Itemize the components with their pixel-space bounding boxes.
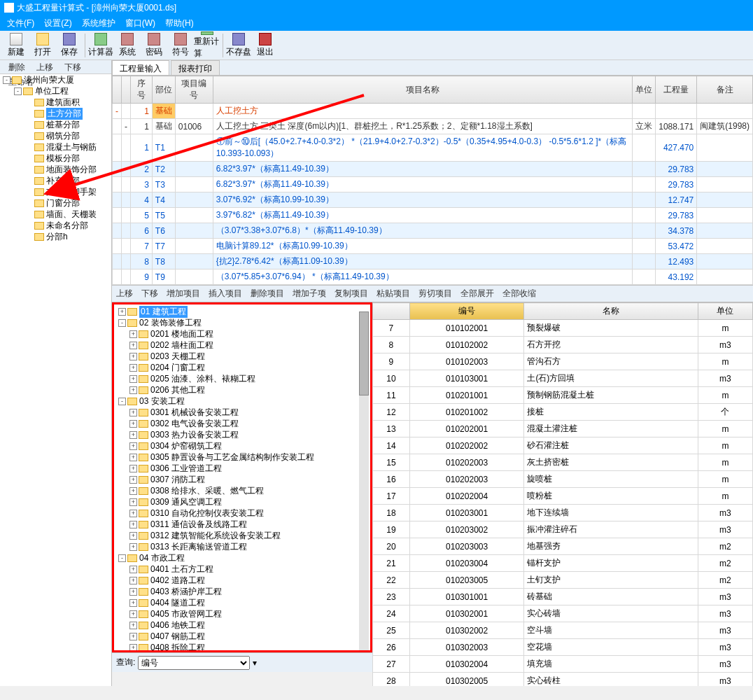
grid-cell[interactable]: [697, 239, 753, 254]
tree-node-label[interactable]: 支撑、脚手架: [46, 186, 97, 198]
grid2-cell[interactable]: 010202003: [409, 454, 523, 471]
tree-node-label[interactable]: 0307 消防工程: [150, 474, 205, 486]
search-bar[interactable]: 查询: 编号 ▾: [112, 652, 372, 672]
grid2-cell[interactable]: 预裂爆破: [524, 320, 698, 337]
grid-cell[interactable]: 基础: [152, 104, 175, 119]
tree-node-label[interactable]: 分部h: [46, 231, 68, 243]
grid-col[interactable]: 序号: [131, 76, 153, 104]
grid-cell[interactable]: 3.97*6.82*（标高11.49-10.39）: [213, 208, 632, 223]
item-toolbar-btn[interactable]: 下移: [141, 288, 158, 300]
grid-cell[interactable]: 人工挖土方 三类土 深度(6m以内)[1、群桩挖土，R*1.25系数；2、定额*…: [213, 119, 632, 134]
tree-node-label[interactable]: 0406 地铁工程: [150, 620, 205, 631]
tree-node-label[interactable]: 0201 楼地面工程: [150, 328, 213, 340]
tree-node-label[interactable]: 0401 土石方工程: [150, 564, 213, 575]
tree-expander[interactable]: +: [129, 622, 137, 629]
grid2-cell[interactable]: 21: [373, 555, 410, 572]
grid2-cell[interactable]: 11: [373, 387, 410, 404]
toolbar-button[interactable]: 密码: [141, 31, 167, 59]
grid-cell[interactable]: [697, 134, 753, 162]
item-toolbar-btn[interactable]: 增加项目: [167, 288, 200, 300]
item-toolbar-btn[interactable]: 删除项目: [251, 288, 284, 300]
grid2-cell[interactable]: 7: [373, 320, 410, 337]
toolbar-button[interactable]: 符号: [167, 31, 194, 59]
grid2-cell[interactable]: 010203002: [409, 522, 523, 538]
toolbar-button[interactable]: 重新计算: [194, 31, 220, 59]
grid2-cell[interactable]: 010302004: [409, 656, 523, 673]
grid-cell[interactable]: [697, 223, 753, 239]
grid-cell[interactable]: [633, 254, 656, 270]
grid-cell[interactable]: T5: [152, 208, 175, 223]
grid-cell[interactable]: 立米: [633, 119, 656, 134]
grid-cell[interactable]: ①前～⑩后[（45.0+2.7+4.0-0.3*2） *（21.9+4.0+2.…: [213, 134, 632, 162]
grid2-cell[interactable]: 空斗墙: [524, 622, 698, 639]
grid-cell[interactable]: [633, 192, 656, 208]
grid2-cell[interactable]: 砖基础: [524, 589, 698, 606]
toolbar-button[interactable]: 不存盘: [225, 31, 252, 59]
grid-cell[interactable]: T8: [152, 254, 175, 270]
tree-node-label[interactable]: 0304 炉窑砌筑工程: [150, 440, 222, 452]
tree-expander[interactable]: +: [129, 498, 137, 506]
grid2-cell[interactable]: m3: [698, 337, 752, 354]
grid-cell[interactable]: [633, 208, 656, 223]
toolbar-button[interactable]: 新建: [3, 31, 29, 59]
tree-expander[interactable]: +: [129, 431, 137, 439]
tree-node-label[interactable]: 0306 工业管道工程: [150, 463, 222, 475]
tree-expander[interactable]: +: [129, 633, 137, 640]
grid-cell[interactable]: 12.747: [656, 192, 697, 208]
search-field-select[interactable]: 编号: [138, 656, 250, 670]
grid2-cell[interactable]: 砂石灌注桩: [524, 438, 698, 454]
grid2-cell[interactable]: 混凝土灌注桩: [524, 421, 698, 438]
tree-node-label[interactable]: 0402 道路工程: [150, 575, 205, 587]
tree-expander[interactable]: +: [129, 375, 137, 383]
tree-expander[interactable]: +: [118, 308, 126, 316]
grid-col[interactable]: 单位: [633, 76, 656, 104]
grid-cell[interactable]: [697, 162, 753, 177]
tree-expander[interactable]: +: [129, 342, 137, 349]
tree-node-label[interactable]: 补充分部: [46, 175, 80, 187]
tree-expander[interactable]: +: [129, 353, 137, 360]
grid2-cell[interactable]: m: [698, 488, 752, 505]
tree-node-label[interactable]: 0308 给排水、采暖、燃气工程: [150, 485, 264, 497]
tree-expander[interactable]: +: [129, 442, 137, 450]
grid2-cell[interactable]: 锚杆支护: [524, 555, 698, 572]
tree-node-label[interactable]: 0403 桥涵护岸工程: [150, 586, 222, 598]
grid2-cell[interactable]: m: [698, 471, 752, 488]
grid2-cell[interactable]: 振冲灌注碎石: [524, 522, 698, 538]
grid2-cell[interactable]: 8: [373, 337, 410, 354]
grid2-cell[interactable]: 接桩: [524, 404, 698, 421]
menu-item[interactable]: 文件(F): [7, 18, 34, 28]
grid-cell[interactable]: 29.783: [656, 208, 697, 223]
toolbar-button[interactable]: 保存: [56, 31, 83, 59]
grid2-cell[interactable]: 19: [373, 522, 410, 538]
item-toolbar-btn[interactable]: 复制项目: [335, 288, 368, 300]
project-tree-pane[interactable]: 删除上移下移重命名 -漳州向荣大厦-单位工程建筑面积土方分部桩基分部砌筑分部混凝…: [0, 60, 112, 686]
grid-cell[interactable]: [633, 223, 656, 239]
tree-expander[interactable]: +: [129, 409, 137, 416]
menu-item[interactable]: 系统维护: [82, 18, 115, 28]
grid-cell[interactable]: 6: [131, 223, 153, 239]
tree-node-label[interactable]: 0302 电气设备安装工程: [150, 418, 239, 430]
tree-node-label[interactable]: 0301 机械设备安装工程: [150, 407, 239, 419]
grid2-cell[interactable]: 实心砖墙: [524, 606, 698, 622]
grid2-cell[interactable]: 空花墙: [524, 639, 698, 656]
grid-cell[interactable]: [633, 134, 656, 162]
grid2-cell[interactable]: 25: [373, 622, 410, 639]
tree-node-label[interactable]: 模板分部: [46, 153, 80, 164]
tree-expander[interactable]: +: [129, 588, 137, 596]
grid-cell[interactable]: 29.783: [656, 162, 697, 177]
grid2-cell[interactable]: m: [698, 438, 752, 454]
grid-cell[interactable]: 43.192: [656, 270, 697, 285]
tree-node-label[interactable]: 未命名分部: [46, 220, 88, 232]
grid-cell[interactable]: 电脑计算89.12*（标高10.99-10.39）: [213, 239, 632, 254]
grid-cell[interactable]: 8: [131, 254, 153, 270]
menu-item[interactable]: 窗口(W): [125, 18, 155, 28]
tree-node-label[interactable]: 桩基分部: [46, 119, 80, 131]
grid-cell[interactable]: 6.82*3.97*（标高11.49-10.39）: [213, 177, 632, 192]
grid-cell[interactable]: （3.07*5.85+3.07*6.94） *（标高11.49-10.39）: [213, 270, 632, 285]
grid-cell[interactable]: [633, 239, 656, 254]
tree-expander[interactable]: +: [129, 510, 137, 517]
grid2-cell[interactable]: 旋喷桩: [524, 471, 698, 488]
sheet-tab[interactable]: 工程量输入: [112, 60, 169, 75]
grid2-cell[interactable]: 010201001: [409, 387, 523, 404]
tree-expander[interactable]: +: [129, 476, 137, 484]
